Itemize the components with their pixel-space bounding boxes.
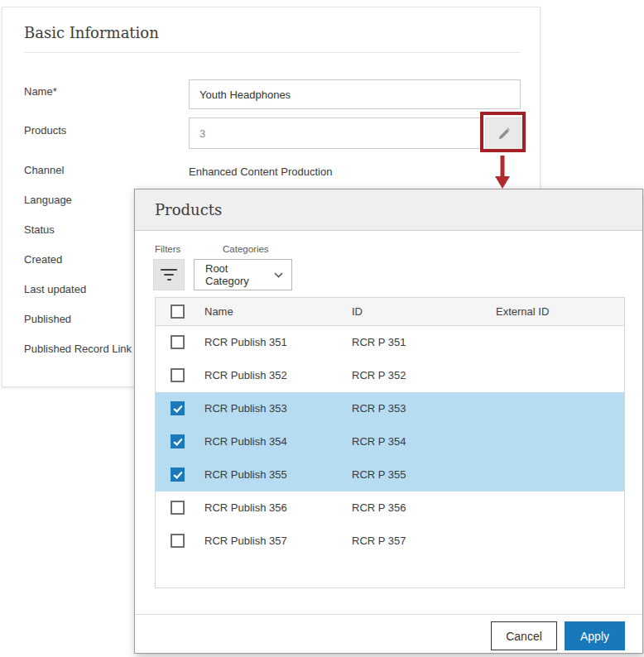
table-row[interactable]: RCR Publish 356RCR P 356 xyxy=(156,492,624,525)
column-header-name: Name xyxy=(204,298,233,326)
row-id: RCR P 356 xyxy=(352,492,406,525)
apply-button[interactable]: Apply xyxy=(565,621,625,650)
row-id: RCR P 351 xyxy=(352,326,406,359)
row-name: RCR Publish 354 xyxy=(204,425,287,458)
field-label: Name* xyxy=(24,85,57,98)
row-checkbox-checked[interactable] xyxy=(171,468,185,482)
field-label: Published Record Link xyxy=(24,343,132,355)
channel-value: Enhanced Content Production xyxy=(189,165,332,178)
row-name: RCR Publish 353 xyxy=(204,392,287,425)
row-id: RCR P 354 xyxy=(352,425,406,458)
row-id: RCR P 355 xyxy=(352,458,406,492)
field-label: Channel xyxy=(24,164,64,176)
products-modal: Products Filters Categories Root Categor… xyxy=(134,189,643,654)
filter-icon xyxy=(161,269,177,281)
filters-button[interactable] xyxy=(153,259,185,290)
table-row[interactable]: RCR Publish 357RCR P 357 xyxy=(156,525,624,558)
table-row[interactable]: RCR Publish 353RCR P 353 xyxy=(156,392,624,425)
panel-title: Basic Information xyxy=(24,24,159,41)
modal-title: Products xyxy=(155,189,222,231)
table-body: RCR Publish 351RCR P 351RCR Publish 352R… xyxy=(156,326,624,558)
table-row[interactable]: RCR Publish 351RCR P 351 xyxy=(156,326,624,359)
row-name: RCR Publish 351 xyxy=(204,326,287,359)
table-row[interactable]: RCR Publish 354RCR P 354 xyxy=(156,425,624,458)
screen: Basic Information Name*ProductsChannelLa… xyxy=(0,0,644,657)
categories-label: Categories xyxy=(223,244,269,254)
row-name: RCR Publish 352 xyxy=(204,359,287,392)
row-name: RCR Publish 357 xyxy=(204,525,287,558)
field-label: Last updated xyxy=(24,283,86,295)
filters-label: Filters xyxy=(155,244,180,254)
categories-selected-value: Root Category xyxy=(195,262,274,287)
column-header-external-id: External ID xyxy=(496,298,549,326)
modal-header: Products xyxy=(135,189,642,231)
row-id: RCR P 352 xyxy=(352,359,406,392)
edit-products-button[interactable] xyxy=(485,117,523,151)
pencil-icon xyxy=(497,127,512,141)
table-row[interactable]: RCR Publish 355RCR P 355 xyxy=(156,458,624,492)
field-label: Status xyxy=(24,223,55,236)
field-label: Published xyxy=(24,313,71,325)
table-header-row: Name ID External ID xyxy=(156,298,624,326)
row-name: RCR Publish 356 xyxy=(204,492,287,525)
products-count-input[interactable] xyxy=(189,117,481,149)
row-checkbox[interactable] xyxy=(171,501,185,515)
row-id: RCR P 357 xyxy=(352,525,406,558)
row-id: RCR P 353 xyxy=(352,392,406,425)
panel-divider xyxy=(24,52,521,53)
row-checkbox[interactable] xyxy=(171,534,185,548)
field-label: Language xyxy=(24,194,72,206)
row-checkbox[interactable] xyxy=(171,368,185,382)
footer-divider xyxy=(135,614,642,615)
column-header-id: ID xyxy=(352,298,363,326)
chevron-down-icon xyxy=(274,272,283,278)
name-input[interactable] xyxy=(189,79,521,109)
row-checkbox[interactable] xyxy=(171,335,185,349)
cancel-button[interactable]: Cancel xyxy=(491,621,557,650)
field-label: Created xyxy=(24,253,62,266)
table-row[interactable]: RCR Publish 352RCR P 352 xyxy=(156,359,624,392)
row-name: RCR Publish 355 xyxy=(204,458,287,492)
categories-dropdown[interactable]: Root Category xyxy=(194,259,292,290)
select-all-checkbox[interactable] xyxy=(171,305,185,319)
row-checkbox-checked[interactable] xyxy=(171,401,185,415)
products-table: Name ID External ID RCR Publish 351RCR P… xyxy=(155,297,625,588)
row-checkbox-checked[interactable] xyxy=(171,434,185,448)
field-label: Products xyxy=(24,124,66,137)
